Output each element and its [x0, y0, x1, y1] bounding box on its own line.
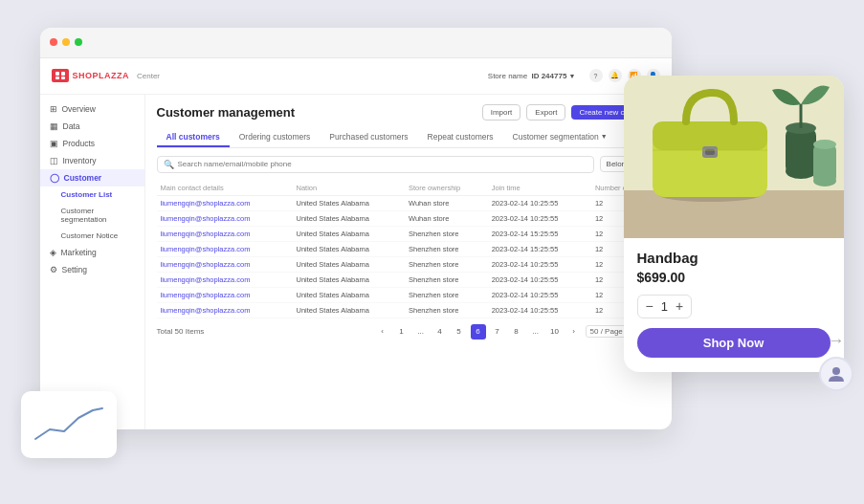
cell-contact: liumengqin@shoplazza.com — [157, 226, 293, 241]
search-input[interactable] — [178, 160, 587, 168]
total-label: Total 50 Items — [157, 327, 205, 336]
svg-point-19 — [832, 367, 840, 375]
page-prev[interactable]: ‹ — [375, 324, 390, 340]
page-next[interactable]: › — [566, 324, 582, 340]
table-header: Main contact details Nation Store owners… — [157, 181, 660, 196]
cell-store: Shenzhen store — [405, 241, 488, 256]
cell-contact: liumengqin@shoplazza.com — [157, 256, 293, 272]
dot-green[interactable] — [75, 38, 82, 46]
table-body: liumengqin@shoplazza.com United States A… — [157, 195, 660, 318]
search-icon: 🔍 — [164, 160, 174, 169]
setting-icon: ⚙ — [50, 265, 57, 274]
user-profile-icon[interactable] — [819, 357, 853, 391]
notification-icon[interactable]: 🔔 — [609, 69, 622, 82]
table-row: liumengqin@shoplazza.com United States A… — [157, 302, 660, 318]
import-button[interactable]: Import — [482, 104, 521, 121]
cell-store: Shenzhen store — [405, 272, 488, 287]
page-ellipsis-2: ... — [528, 324, 543, 340]
customer-table: Main contact details Nation Store owners… — [157, 181, 660, 318]
sidebar-item-data[interactable]: ▦ Data — [40, 118, 144, 135]
cell-join: 2023-02-14 10:25:55 — [488, 272, 591, 287]
overview-icon: ⊞ — [50, 104, 57, 114]
sidebar-item-marketing[interactable]: ◈ Marketing — [40, 244, 144, 261]
svg-rect-1 — [61, 72, 65, 76]
app-header: SHOPLAZZA Center Store name ID 244775 ▼ … — [40, 58, 672, 95]
logo-center: Center — [137, 72, 160, 80]
page-1[interactable]: 1 — [394, 324, 410, 340]
cell-nation: United States Alabama — [293, 210, 405, 226]
sidebar-item-setting[interactable]: ⚙ Setting — [40, 261, 144, 278]
table-row: liumengqin@shoplazza.com United States A… — [157, 195, 660, 210]
page-4[interactable]: 4 — [432, 324, 448, 340]
admin-panel: SHOPLAZZA Center Store name ID 244775 ▼ … — [40, 28, 672, 429]
sidebar-item-inventory[interactable]: ◫ Inventory — [40, 152, 144, 169]
product-card: Handbag $699.00 − 1 + Shop Now — [624, 76, 844, 372]
product-price: $699.00 — [637, 270, 831, 285]
products-icon: ▣ — [50, 139, 58, 148]
cell-store: Wuhan store — [405, 210, 488, 226]
cell-join: 2023-02-14 10:25:55 — [488, 302, 591, 318]
table-row: liumengqin@shoplazza.com United States A… — [157, 210, 660, 226]
cell-nation: United States Alabama — [293, 226, 405, 241]
cell-contact: liumengqin@shoplazza.com — [157, 195, 293, 210]
product-image — [624, 76, 844, 238]
data-icon: ▦ — [50, 121, 58, 131]
sidebar-item-overview[interactable]: ⊞ Overview — [40, 100, 144, 118]
tab-all-customers[interactable]: All customers — [157, 128, 230, 147]
product-actions: − 1 + — [637, 295, 831, 318]
scene: SHOPLAZZA Center Store name ID 244775 ▼ … — [21, 28, 844, 477]
table-row: liumengqin@shoplazza.com United States A… — [157, 287, 660, 302]
export-button[interactable]: Export — [526, 104, 565, 121]
help-icon[interactable]: ? — [589, 69, 603, 82]
cell-contact: liumengqin@shoplazza.com — [157, 272, 293, 287]
svg-rect-2 — [55, 77, 59, 79]
sidebar-item-customer-notice[interactable]: Customer Notice — [40, 228, 144, 244]
sidebar-item-customer-segmentation[interactable]: Customer segmentation — [40, 203, 144, 228]
chevron-down-icon: ▼ — [601, 133, 608, 140]
cell-nation: United States Alabama — [293, 195, 405, 210]
page-10[interactable]: 10 — [547, 324, 563, 340]
svg-rect-0 — [55, 72, 59, 76]
sidebar-item-customer[interactable]: ◯ Customer — [40, 169, 144, 186]
marketing-icon: ◈ — [50, 248, 56, 257]
chart-svg — [31, 401, 107, 449]
quantity-control: − 1 + — [637, 295, 693, 318]
dot-red[interactable] — [50, 38, 57, 46]
chart-card — [21, 391, 117, 458]
page-6[interactable]: 6 — [471, 324, 486, 340]
page-title: Customer management — [157, 105, 476, 120]
page-5[interactable]: 5 — [452, 324, 467, 340]
cell-nation: United States Alabama — [293, 302, 405, 318]
arrow-right-icon: → — [828, 331, 845, 351]
cell-nation: United States Alabama — [293, 272, 405, 287]
page-8[interactable]: 8 — [509, 324, 524, 340]
qty-minus-button[interactable]: − — [646, 299, 654, 313]
svg-rect-16 — [813, 144, 836, 183]
cell-contact: liumengqin@shoplazza.com — [157, 241, 293, 256]
tab-customer-segmentation[interactable]: Customer segmentation ▼ — [503, 128, 617, 147]
qty-plus-button[interactable]: + — [676, 299, 683, 313]
shop-now-button[interactable]: Shop Now — [637, 328, 831, 358]
col-store: Store ownership — [405, 181, 488, 196]
customer-tabs: All customers Ordering customers Purchas… — [157, 128, 660, 148]
cell-store: Wuhan store — [405, 195, 488, 210]
cell-join: 2023-02-14 10:25:55 — [488, 210, 591, 226]
page-header: Customer management Import Export Create… — [157, 104, 660, 121]
search-box[interactable]: 🔍 — [157, 156, 594, 173]
cell-contact: liumengqin@shoplazza.com — [157, 302, 293, 318]
sidebar-item-products[interactable]: ▣ Products — [40, 135, 144, 152]
page-7[interactable]: 7 — [490, 324, 505, 340]
tab-purchased-customers[interactable]: Purchased customers — [320, 128, 417, 147]
user-icon-float: → — [819, 331, 853, 391]
svg-rect-3 — [61, 77, 65, 79]
tab-repeat-customers[interactable]: Repeat customers — [418, 128, 503, 147]
cell-store: Shenzhen store — [405, 287, 488, 302]
tab-ordering-customers[interactable]: Ordering customers — [230, 128, 321, 147]
cell-store: Shenzhen store — [405, 256, 488, 272]
inventory-icon: ◫ — [50, 156, 58, 165]
dot-yellow[interactable] — [62, 38, 70, 46]
sidebar-item-customer-list[interactable]: Customer List — [40, 186, 144, 203]
cell-join: 2023-02-14 15:25:55 — [488, 241, 591, 256]
window-top-bar — [40, 28, 672, 58]
page-ellipsis-1: ... — [413, 324, 429, 340]
